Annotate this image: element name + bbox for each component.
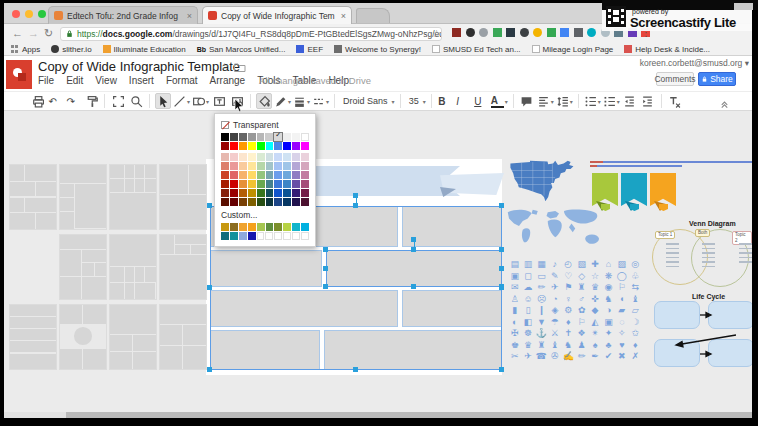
custom-color-swatch[interactable] (292, 223, 300, 231)
color-swatch[interactable] (292, 198, 300, 206)
library-icon[interactable]: ⚙ (562, 305, 575, 317)
color-swatch[interactable] (292, 142, 300, 150)
color-swatch[interactable] (301, 198, 309, 206)
color-swatch[interactable] (301, 180, 309, 188)
library-icon[interactable]: ♚ (508, 340, 521, 352)
tab-close-icon[interactable]: × (341, 11, 346, 21)
custom-color-swatch[interactable] (239, 223, 247, 231)
custom-color-swatch[interactable] (221, 223, 229, 231)
zoom-fit-button[interactable] (110, 93, 126, 109)
bookmark-smusd-ed-tech-an-[interactable]: SMUSD Ed Tech an... (432, 45, 521, 54)
library-icon[interactable]: ⚓ (535, 328, 548, 340)
extension-1-icon[interactable] (452, 28, 461, 37)
custom-color-option[interactable]: Custom... (221, 210, 309, 220)
extension-7-icon[interactable] (533, 28, 542, 37)
library-icon[interactable]: ⚑ (562, 282, 575, 294)
color-swatch[interactable] (274, 162, 282, 170)
selection-outer-handle[interactable] (207, 203, 212, 208)
library-icon[interactable]: ◧ (521, 317, 534, 329)
clear-formatting-button[interactable] (667, 93, 683, 109)
library-icon[interactable]: ♛ (521, 340, 534, 352)
color-swatch[interactable] (292, 180, 300, 188)
align-button[interactable]: ▾ (537, 93, 554, 109)
library-icon[interactable]: ☎ (535, 351, 548, 363)
underline-button[interactable]: U (473, 93, 489, 109)
color-swatch[interactable] (230, 133, 238, 141)
close-window-button[interactable] (12, 10, 20, 18)
font-size-button[interactable]: 35▾ (406, 93, 426, 109)
color-swatch[interactable] (301, 171, 309, 179)
color-swatch[interactable] (257, 198, 265, 206)
decrease-indent-button[interactable] (622, 93, 638, 109)
text-box-button[interactable] (211, 93, 227, 109)
selection-inner-handle[interactable] (499, 266, 504, 271)
selection-outer-handle[interactable] (499, 367, 504, 372)
menu-file[interactable]: File (38, 75, 54, 86)
color-swatch[interactable] (221, 189, 229, 197)
color-swatch[interactable] (257, 133, 265, 141)
bookmark-star-icon[interactable]: ☆ (432, 28, 441, 39)
template-thumbnail[interactable] (159, 164, 207, 230)
color-swatch[interactable] (274, 189, 282, 197)
color-swatch[interactable] (239, 153, 247, 161)
numbered-list-button[interactable]: ▾ (584, 93, 601, 109)
selection-inner-rotation-handle[interactable] (411, 237, 416, 242)
color-swatch[interactable] (221, 133, 229, 141)
template-thumbnail[interactable] (109, 234, 157, 300)
color-swatch[interactable] (266, 180, 274, 188)
color-swatch[interactable] (301, 153, 309, 161)
template-thumbnail[interactable] (109, 164, 157, 230)
library-icon[interactable]: ◭ (588, 317, 601, 329)
selection-outer-rotation-handle[interactable] (353, 193, 358, 198)
library-icon[interactable]: ✇ (548, 351, 561, 363)
color-swatch[interactable] (266, 171, 274, 179)
color-swatch[interactable] (239, 189, 247, 197)
custom-color-swatch[interactable] (301, 223, 309, 231)
extension-2-icon[interactable] (466, 28, 475, 37)
color-swatch[interactable] (221, 171, 229, 179)
library-icon[interactable]: ♝ (548, 340, 561, 352)
color-swatch[interactable] (266, 142, 274, 150)
custom-color-swatch[interactable] (283, 232, 291, 240)
color-swatch[interactable] (221, 162, 229, 170)
library-icon[interactable]: ❖ (575, 328, 588, 340)
menu-arrange[interactable]: Arrange (210, 75, 246, 86)
library-icon[interactable]: ◈ (548, 305, 561, 317)
menu-insert[interactable]: Insert (129, 75, 154, 86)
color-swatch[interactable] (257, 189, 265, 197)
selection-inner-handle[interactable] (411, 284, 416, 289)
account-email[interactable]: koreen.corbett@smusd.org ▾ (504, 58, 749, 68)
reload-button[interactable]: ↻ (44, 27, 53, 40)
color-swatch[interactable] (221, 180, 229, 188)
selection-outer-handle[interactable] (353, 367, 358, 372)
horizontal-scrollbar[interactable] (4, 412, 752, 418)
library-icon[interactable]: ☺ (521, 294, 534, 306)
banner-shape[interactable] (650, 173, 676, 206)
color-swatch[interactable] (230, 180, 238, 188)
library-icon[interactable]: ▦ (535, 259, 548, 271)
custom-color-swatch[interactable] (274, 232, 282, 240)
library-icon[interactable]: ◑ (602, 305, 615, 317)
library-icon[interactable]: ☽ (629, 317, 642, 329)
print-button[interactable] (29, 93, 45, 109)
color-swatch[interactable] (257, 162, 265, 170)
color-swatch[interactable] (283, 153, 291, 161)
selection-inner-handle[interactable] (323, 284, 328, 289)
selection-inner-handle[interactable] (323, 266, 328, 271)
bulleted-list-button[interactable]: ▾ (603, 93, 620, 109)
banner-shape[interactable] (592, 173, 618, 206)
color-swatch[interactable] (230, 153, 238, 161)
menu-view[interactable]: View (95, 75, 117, 86)
bookmark-welcome-to-synergy-[interactable]: Welcome to Synergy! (334, 45, 421, 54)
selection-outer-handle[interactable] (207, 285, 212, 290)
color-swatch[interactable] (301, 133, 309, 141)
select-button[interactable] (155, 93, 171, 109)
color-swatch[interactable] (248, 171, 256, 179)
color-swatch[interactable] (248, 133, 256, 141)
bold-button[interactable]: B (437, 93, 453, 109)
template-thumbnail[interactable] (59, 164, 107, 230)
custom-color-swatch[interactable] (257, 232, 265, 240)
library-icon[interactable]: ✔ (602, 351, 615, 363)
library-icon[interactable]: ♟ (575, 340, 588, 352)
color-swatch[interactable] (248, 153, 256, 161)
